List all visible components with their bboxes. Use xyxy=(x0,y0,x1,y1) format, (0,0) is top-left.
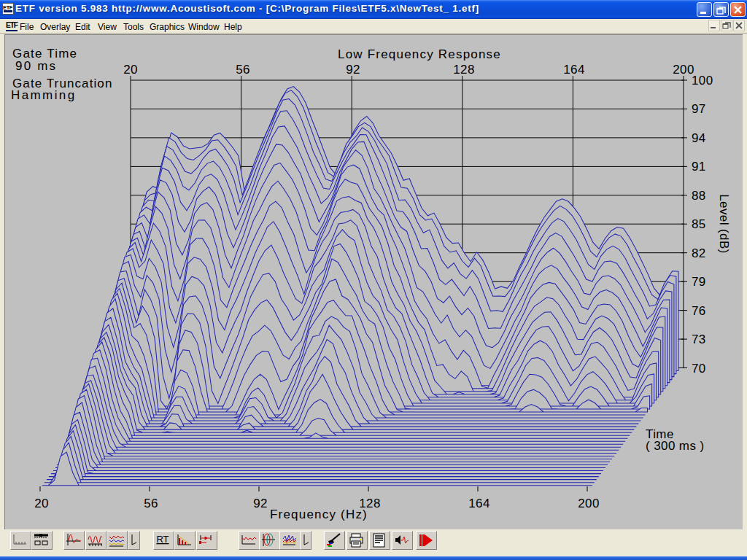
svg-text:79: 79 xyxy=(692,275,706,289)
svg-text:82: 82 xyxy=(692,246,706,260)
svg-text:164: 164 xyxy=(468,497,490,510)
svg-text:128: 128 xyxy=(453,63,475,77)
svg-text:70: 70 xyxy=(692,362,706,376)
svg-text:RT: RT xyxy=(156,534,169,545)
svg-text:56: 56 xyxy=(236,63,250,77)
svg-text:91: 91 xyxy=(692,160,706,174)
svg-text:85: 85 xyxy=(692,217,706,231)
svg-text:Level (dB): Level (dB) xyxy=(717,194,731,253)
svg-text:92: 92 xyxy=(253,497,268,510)
svg-text:88: 88 xyxy=(692,189,706,203)
svg-text:Hamming: Hamming xyxy=(11,88,77,102)
svg-text:20: 20 xyxy=(123,63,138,77)
svg-text:Low Frequency Response: Low Frequency Response xyxy=(338,47,501,61)
svg-text:97: 97 xyxy=(692,102,706,116)
svg-text:56: 56 xyxy=(144,497,158,510)
svg-text:( 300 ms ): ( 300 ms ) xyxy=(646,439,705,453)
svg-text:Frequency (Hz): Frequency (Hz) xyxy=(270,508,368,521)
svg-text:94: 94 xyxy=(692,131,706,145)
svg-text:20: 20 xyxy=(34,497,49,510)
svg-text:92: 92 xyxy=(346,63,360,77)
svg-text:90 ms: 90 ms xyxy=(15,59,57,73)
svg-text:200: 200 xyxy=(578,497,600,510)
svg-text:164: 164 xyxy=(563,63,585,77)
svg-text:100: 100 xyxy=(692,74,713,88)
svg-text:73: 73 xyxy=(692,332,706,346)
svg-text:76: 76 xyxy=(692,304,706,318)
